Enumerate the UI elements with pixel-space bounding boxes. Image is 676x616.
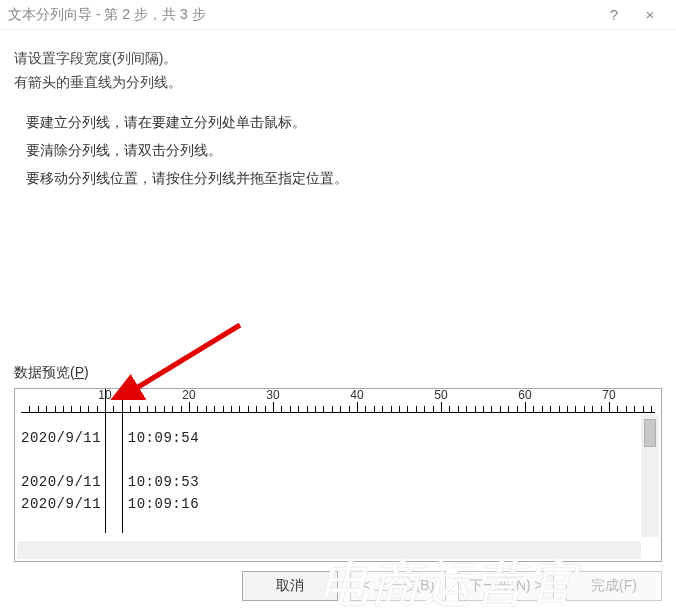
ruler-tick — [483, 406, 484, 412]
ruler-tick — [206, 406, 207, 412]
button-bar: 取消 < 上一步(B) 下一步(N) > 完成(F) — [0, 562, 676, 616]
instruction-move: 要移动分列线位置，请按住分列线并拖至指定位置。 — [26, 164, 662, 192]
ruler-tick — [491, 406, 492, 412]
ruler-tick — [449, 406, 450, 412]
wizard-dialog: 文本分列向导 - 第 2 步，共 3 步 ? × 请设置字段宽度(列间隔)。 有… — [0, 0, 676, 616]
ruler-tick — [584, 406, 585, 412]
horizontal-scrollbar[interactable] — [17, 541, 641, 559]
instructions-block: 要建立分列线，请在要建立分列处单击鼠标。 要清除分列线，请双击分列线。 要移动分… — [26, 108, 662, 192]
ruler-tick — [475, 406, 476, 412]
preview-label-prefix: 数据预览( — [14, 364, 75, 380]
ruler-tick — [374, 406, 375, 412]
ruler-tick — [433, 406, 434, 412]
titlebar: 文本分列向导 - 第 2 步，共 3 步 ? × — [0, 0, 676, 30]
ruler-tick — [80, 406, 81, 412]
ruler-tick — [500, 406, 501, 412]
ruler-tick — [290, 406, 291, 412]
ruler-tick — [256, 406, 257, 412]
ruler-tick — [617, 406, 618, 412]
dialog-content: 请设置字段宽度(列间隔)。 有箭头的垂直线为分列线。 要建立分列线，请在要建立分… — [0, 30, 676, 562]
ruler-tick — [29, 406, 30, 412]
ruler-tick — [575, 406, 576, 412]
preview-body[interactable]: 2020/9/11 10:09:542020/9/11 10:09:532020… — [21, 413, 655, 533]
ruler-tick — [55, 406, 56, 412]
ruler-tick — [567, 406, 568, 412]
ruler-tick — [643, 406, 644, 412]
ruler-label: 70 — [602, 388, 615, 402]
ruler-tick — [533, 406, 534, 412]
spacer — [14, 192, 662, 356]
ruler-tick — [130, 406, 131, 412]
ruler-tick — [223, 406, 224, 412]
ruler-tick — [315, 406, 316, 412]
ruler-tick — [542, 406, 543, 412]
close-button[interactable]: × — [632, 1, 668, 29]
ruler-tick — [239, 406, 240, 412]
ruler-tick — [97, 406, 98, 412]
ruler-tick — [181, 406, 182, 412]
horizontal-scroll-thumb[interactable] — [19, 544, 59, 556]
table-row-blank — [21, 449, 655, 471]
vertical-scrollbar[interactable] — [641, 415, 659, 537]
vertical-scroll-thumb[interactable] — [644, 419, 656, 447]
back-button[interactable]: < 上一步(B) — [350, 571, 446, 601]
ruler-label: 40 — [350, 388, 363, 402]
ruler-tick — [407, 406, 408, 412]
instruction-clear: 要清除分列线，请双击分列线。 — [26, 136, 662, 164]
table-row: 2020/9/11 10:09:54 — [21, 427, 655, 449]
ruler-tick — [559, 406, 560, 412]
ruler-tick — [71, 406, 72, 412]
ruler-tick — [340, 406, 341, 412]
ruler-tick — [332, 406, 333, 412]
ruler-tick — [592, 406, 593, 412]
column-break-handle[interactable] — [122, 389, 123, 533]
next-button[interactable]: 下一步(N) > — [458, 571, 554, 601]
ruler-label: 20 — [182, 388, 195, 402]
ruler-tick — [357, 402, 358, 412]
finish-button[interactable]: 完成(F) — [566, 571, 662, 601]
ruler-label: 50 — [434, 388, 447, 402]
ruler-tick — [172, 406, 173, 412]
help-button[interactable]: ? — [596, 1, 632, 29]
ruler-tick — [113, 406, 114, 412]
ruler-tick — [164, 406, 165, 412]
ruler-tick — [307, 406, 308, 412]
ruler-tick — [281, 406, 282, 412]
ruler-tick — [517, 406, 518, 412]
ruler-tick — [634, 406, 635, 412]
ruler-tick — [609, 402, 610, 412]
ruler-tick — [323, 406, 324, 412]
ruler-tick — [382, 406, 383, 412]
ruler-tick — [88, 406, 89, 412]
ruler-tick — [349, 406, 350, 412]
column-break-handle[interactable] — [105, 389, 106, 533]
ruler-tick — [231, 406, 232, 412]
ruler[interactable]: 10203040506070 — [21, 389, 655, 413]
ruler-tick — [139, 406, 140, 412]
table-row: 2020/9/11 10:09:53 — [21, 471, 655, 493]
intro-line-1: 请设置字段宽度(列间隔)。 — [14, 46, 662, 70]
ruler-tick — [601, 406, 602, 412]
ruler-tick — [365, 406, 366, 412]
ruler-tick — [424, 406, 425, 412]
ruler-label: 60 — [518, 388, 531, 402]
ruler-tick — [550, 406, 551, 412]
preview-section: 数据预览(P) 10203040506070 2020/9/11 10:09:5… — [14, 364, 662, 562]
dialog-title: 文本分列向导 - 第 2 步，共 3 步 — [8, 6, 596, 24]
ruler-tick — [197, 406, 198, 412]
ruler-tick — [458, 406, 459, 412]
instruction-create: 要建立分列线，请在要建立分列处单击鼠标。 — [26, 108, 662, 136]
table-row: 2020/9/11 10:09:16 — [21, 493, 655, 515]
ruler-tick — [391, 406, 392, 412]
ruler-tick — [248, 406, 249, 412]
ruler-tick — [38, 406, 39, 412]
ruler-tick — [441, 402, 442, 412]
cancel-button[interactable]: 取消 — [242, 571, 338, 601]
ruler-tick — [155, 406, 156, 412]
ruler-tick — [214, 406, 215, 412]
ruler-tick — [273, 402, 274, 412]
ruler-tick — [416, 406, 417, 412]
preview-label: 数据预览(P) — [14, 364, 662, 382]
preview-label-suffix: ) — [84, 364, 89, 380]
ruler-tick — [298, 406, 299, 412]
